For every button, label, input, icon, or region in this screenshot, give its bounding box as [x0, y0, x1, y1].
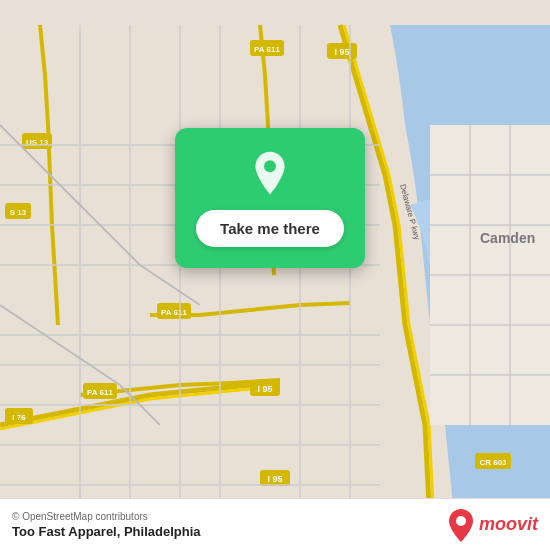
svg-text:Camden: Camden [480, 230, 535, 246]
svg-point-50 [456, 516, 466, 526]
moovit-pin-icon [447, 508, 475, 542]
svg-text:CR 603: CR 603 [479, 458, 507, 467]
svg-text:I 76: I 76 [12, 413, 26, 422]
svg-text:PA 611: PA 611 [87, 388, 113, 397]
bottom-bar: © OpenStreetMap contributors Too Fast Ap… [0, 498, 550, 550]
svg-point-49 [264, 160, 276, 172]
svg-text:S 13: S 13 [10, 208, 27, 217]
take-me-there-button[interactable]: Take me there [196, 210, 344, 247]
location-name: Too Fast Apparel, Philadelphia [12, 524, 201, 539]
location-card: Take me there [175, 128, 365, 268]
svg-text:I 95: I 95 [267, 474, 282, 484]
location-pin-icon [246, 150, 294, 198]
bottom-info: © OpenStreetMap contributors Too Fast Ap… [12, 511, 201, 539]
map-container: I 95 I 76 PA 611 PA 611 PA 611 US 13 S 1… [0, 0, 550, 550]
moovit-logo: moovit [447, 508, 538, 542]
osm-credit: © OpenStreetMap contributors [12, 511, 201, 522]
svg-text:PA 611: PA 611 [161, 308, 187, 317]
svg-text:PA 611: PA 611 [254, 45, 280, 54]
moovit-text: moovit [479, 514, 538, 535]
svg-text:I 95: I 95 [257, 384, 272, 394]
map-background: I 95 I 76 PA 611 PA 611 PA 611 US 13 S 1… [0, 0, 550, 550]
svg-text:I 95: I 95 [334, 47, 349, 57]
